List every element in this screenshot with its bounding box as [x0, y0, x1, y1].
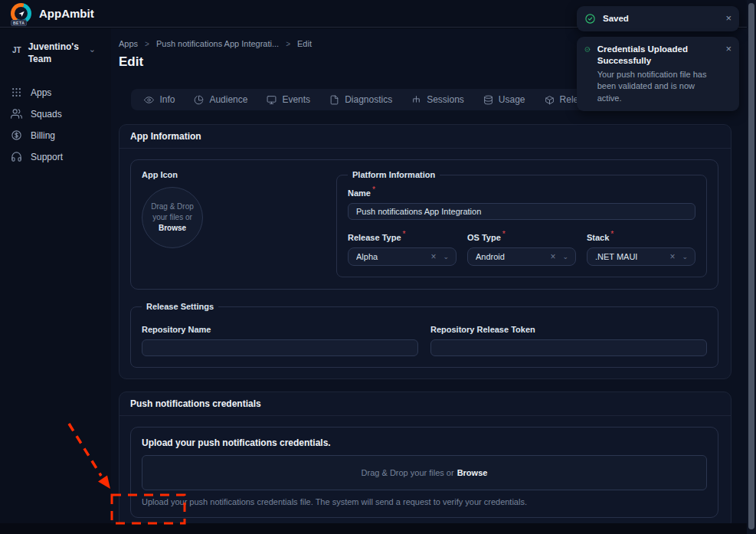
required-asterisk: * — [403, 230, 406, 238]
release-type-select[interactable]: Alpha × ⌄ — [348, 247, 457, 266]
repository-name-input[interactable] — [142, 339, 418, 356]
tab-sessions[interactable]: Sessions — [411, 94, 464, 105]
toast-title: Credentials Uploaded Successfully — [597, 44, 719, 67]
app-icon-label: App Icon — [142, 170, 326, 179]
name-input[interactable] — [348, 203, 695, 220]
required-asterisk: * — [610, 230, 614, 238]
browse-link[interactable]: Browse — [457, 468, 488, 477]
chevron-down-icon[interactable]: ⌄ — [682, 253, 688, 260]
repository-name-label: Repository Name — [142, 325, 211, 334]
breadcrumb-app-name[interactable]: Push notifications App Integrati... — [156, 39, 279, 48]
os-type-label: OS Type — [467, 233, 501, 242]
grid-icon — [11, 87, 22, 98]
release-settings-fieldset: Release Settings Repository Name Reposit… — [130, 302, 718, 368]
release-type-label: Release Type — [348, 233, 401, 242]
package-icon — [545, 95, 555, 105]
repository-release-token-input[interactable] — [430, 339, 707, 356]
credentials-dropzone[interactable]: Drag & Drop your files or Browse — [142, 455, 707, 490]
select-value: .NET MAUI — [595, 252, 669, 261]
eye-icon — [144, 95, 154, 105]
sidebar: JT Juventino's Team ⌄ Apps Squads Bill — [0, 28, 111, 523]
select-value: Alpha — [356, 252, 430, 261]
team-name: Juventino's Team — [28, 41, 82, 65]
tab-usage[interactable]: Usage — [483, 94, 525, 105]
upload-helper-text: Upload your push notifications credentia… — [142, 497, 707, 506]
breadcrumb-apps[interactable]: Apps — [119, 39, 138, 48]
chevron-down-icon[interactable]: ⌄ — [562, 253, 568, 260]
hierarchy-icon — [411, 95, 421, 105]
toast-saved: Saved × — [577, 6, 739, 31]
sidebar-item-label: Support — [31, 152, 63, 162]
users-icon — [11, 108, 22, 120]
select-value: Android — [476, 252, 550, 261]
headset-icon — [11, 151, 22, 162]
check-circle-icon — [584, 44, 591, 55]
toast-credentials-uploaded: Credentials Uploaded Successfully Your p… — [577, 37, 739, 111]
fieldset-legend: Platform Information — [348, 170, 440, 179]
tab-label: Diagnostics — [345, 94, 392, 105]
os-type-select[interactable]: Android × ⌄ — [467, 247, 576, 266]
browse-link[interactable]: Browse — [159, 223, 186, 234]
check-circle-icon — [584, 13, 596, 25]
chevron-down-icon: ⌄ — [89, 44, 96, 54]
dollar-circle-icon — [11, 129, 22, 141]
clear-icon[interactable]: × — [669, 251, 675, 262]
toast-title: Saved — [603, 13, 629, 25]
close-icon[interactable]: × — [725, 44, 731, 54]
sidebar-item-apps[interactable]: Apps — [0, 83, 111, 102]
card-title: Push notifications credentials — [119, 392, 731, 416]
tab-label: Events — [282, 94, 310, 105]
tab-label: Info — [159, 94, 175, 105]
tab-info[interactable]: Info — [144, 94, 175, 105]
clear-icon[interactable]: × — [430, 251, 436, 262]
clear-icon[interactable]: × — [550, 251, 555, 262]
required-asterisk: * — [502, 230, 506, 238]
close-icon[interactable]: × — [725, 13, 731, 23]
sidebar-item-label: Squads — [31, 109, 62, 120]
sidebar-item-label: Apps — [31, 87, 51, 98]
toast-stack: Saved × Credentials Uploaded Successfull… — [577, 6, 739, 111]
tab-label: Sessions — [427, 94, 464, 105]
sidebar-item-squads[interactable]: Squads — [0, 104, 111, 123]
platform-information-fieldset: Platform Information Name* Release Type*… — [336, 170, 707, 277]
credentials-upload-panel: Upload your push notifications credentia… — [130, 427, 718, 518]
team-switcher[interactable]: JT Juventino's Team ⌄ — [0, 28, 111, 65]
breadcrumb-separator: > — [286, 40, 290, 48]
sidebar-item-billing[interactable]: Billing — [0, 126, 111, 145]
database-icon — [483, 95, 493, 105]
breadcrumb-separator: > — [145, 40, 149, 48]
scrollbar-thumb[interactable] — [748, 3, 754, 529]
app-information-card: App Information App Icon Drag & Drop you… — [119, 124, 731, 379]
sidebar-item-support[interactable]: Support — [0, 147, 111, 166]
app-icon-dropzone[interactable]: Drag & Drop your files or Browse — [142, 187, 203, 248]
name-label: Name — [348, 188, 371, 198]
tab-audience[interactable]: Audience — [194, 94, 247, 105]
brand-name: AppAmbit — [39, 7, 94, 20]
file-icon — [329, 95, 339, 105]
appambit-logo-icon: BETA — [11, 3, 31, 24]
breadcrumb-edit: Edit — [297, 39, 312, 48]
tab-diagnostics[interactable]: Diagnostics — [329, 94, 392, 105]
dropzone-text: Drag & Drop your files or — [362, 468, 454, 477]
paper-plane-icon — [18, 10, 25, 18]
pie-chart-icon — [194, 95, 204, 105]
sidebar-item-label: Billing — [31, 130, 55, 141]
push-credentials-card: Push notifications credentials Upload yo… — [119, 391, 731, 523]
toast-message: Your push notification file has been val… — [597, 69, 719, 104]
stack-label: Stack — [587, 233, 609, 242]
monitor-icon — [267, 95, 277, 105]
card-title: App Information — [119, 125, 731, 149]
tab-label: Audience — [209, 94, 247, 105]
beta-badge: BETA — [11, 20, 27, 26]
dropzone-text: Drag & Drop — [151, 201, 194, 212]
tab-events[interactable]: Events — [267, 94, 310, 105]
required-asterisk: * — [372, 185, 375, 194]
scrollbar-track — [747, 0, 756, 534]
chevron-down-icon[interactable]: ⌄ — [443, 253, 449, 260]
tab-label: Usage — [499, 94, 525, 105]
fieldset-legend: Release Settings — [142, 302, 218, 311]
upload-instruction: Upload your push notifications credentia… — [142, 437, 707, 448]
repository-release-token-label: Repository Release Token — [430, 325, 535, 334]
stack-select[interactable]: .NET MAUI × ⌄ — [587, 247, 695, 266]
team-avatar: JT — [12, 46, 21, 54]
